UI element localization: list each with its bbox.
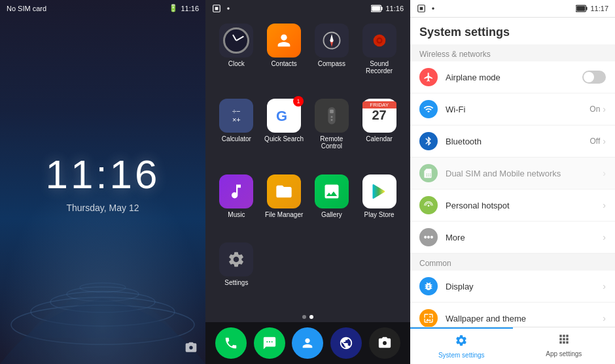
svg-rect-24 <box>420 7 423 10</box>
settings-item-wallpaper[interactable]: Wallpaper and theme › <box>410 303 615 327</box>
settings-item-dual-sim[interactable]: Dual SIM and Mobile networks › <box>410 157 615 190</box>
music-label: Music <box>228 211 245 218</box>
settings-content: Wireless & networks Airplane mode Wi-Fi … <box>410 44 615 327</box>
dock-camera-svg <box>378 336 392 350</box>
settings-item-airplane[interactable]: Airplane mode <box>410 61 615 93</box>
dual-sim-icon <box>419 164 438 182</box>
quicksearch-badge: 1 <box>293 96 304 107</box>
google-svg: G <box>273 105 294 126</box>
remote-svg <box>325 106 338 125</box>
calendar-label: Calendar <box>366 135 393 142</box>
app-drawer: 11:16 Clock Contacts <box>205 0 410 364</box>
settings-top-left <box>417 4 438 13</box>
app-item-settings[interactable]: Settings <box>215 242 258 305</box>
gallery-svg <box>323 182 341 201</box>
tab-app-settings[interactable]: App settings <box>513 327 616 364</box>
app-settings-svg <box>557 333 571 346</box>
settings-item-hotspot[interactable]: Personal hotspot › <box>410 190 615 222</box>
more-icon: ••• <box>419 228 438 246</box>
dot-1 <box>302 315 306 319</box>
settings-item-more[interactable]: ••• More › <box>410 222 615 254</box>
lock-screen: No SIM card 🔋 11:16 11:16 Thursday, May … <box>0 0 205 364</box>
dock-camera[interactable] <box>369 327 400 359</box>
gallery-label: Gallery <box>321 211 342 218</box>
messages-svg <box>262 336 277 350</box>
recorder-icon <box>362 24 396 58</box>
toggle-knob <box>584 72 594 82</box>
drawer-top-left <box>212 4 233 13</box>
svg-point-14 <box>330 39 333 42</box>
airplane-toggle[interactable] <box>582 71 606 84</box>
clock-icon <box>219 24 253 58</box>
settings-item-display[interactable]: Display › <box>410 271 615 303</box>
battery-icon: 🔋 <box>169 4 178 12</box>
calculator-icon: ÷−×+ <box>219 99 253 133</box>
app-item-calculator[interactable]: ÷−×+ Calculator <box>215 99 258 169</box>
settings-item-bluetooth[interactable]: Bluetooth Off › <box>410 125 615 157</box>
phone-svg <box>224 336 238 350</box>
hotspot-chevron: › <box>603 200 606 210</box>
dock-contacts[interactable] <box>292 327 323 359</box>
app-item-music[interactable]: Music <box>215 174 258 237</box>
folder-svg <box>275 182 293 201</box>
dock-browser[interactable] <box>330 327 362 359</box>
app-item-playstore[interactable]: Play Store <box>358 174 400 237</box>
settings-bottom-nav: System settings App settings <box>410 327 615 364</box>
battery-icon <box>371 5 383 12</box>
recorder-label: Sound Recorder <box>358 60 400 74</box>
airplane-icon <box>419 68 438 86</box>
settings-battery-icon <box>576 5 588 12</box>
camera-icon[interactable] <box>184 341 198 357</box>
contacts-icon <box>267 24 301 58</box>
more-dots: ••• <box>424 232 434 242</box>
hotspot-label: Personal hotspot <box>446 201 603 210</box>
app-item-quicksearch[interactable]: G 1 Quick Search <box>263 99 306 169</box>
svg-point-17 <box>378 39 381 42</box>
sim-status: No SIM card <box>7 5 46 12</box>
section-common: Common <box>410 254 615 271</box>
settings-app-label: Settings <box>224 279 248 286</box>
svg-rect-28 <box>577 6 586 10</box>
hotspot-svg <box>423 200 434 210</box>
wifi-value: On <box>589 105 600 114</box>
drawer-top-right: 11:16 <box>371 5 404 12</box>
compass-label: Compass <box>318 60 345 67</box>
app-item-remote[interactable]: Remote Control <box>311 99 353 169</box>
system-settings-svg <box>455 334 468 347</box>
app-item-files[interactable]: File Manager <box>263 174 306 237</box>
settings-item-wifi[interactable]: Wi-Fi On › <box>410 93 615 125</box>
display-chevron: › <box>603 281 606 291</box>
settings-title: System settings <box>410 18 615 44</box>
svg-point-21 <box>330 116 332 118</box>
app-item-calendar[interactable]: FRIDAY 27 Calendar <box>358 99 400 169</box>
app-item-gallery[interactable]: Gallery <box>311 174 353 237</box>
bluetooth-icon <box>419 132 438 150</box>
app-item-recorder[interactable]: Sound Recorder <box>358 24 400 93</box>
settings-status-bar: 11:17 <box>410 0 615 18</box>
app-item-contacts[interactable]: Contacts <box>263 24 306 93</box>
wallpaper-chevron: › <box>603 313 606 323</box>
wifi-icon <box>419 100 438 118</box>
tab-system-settings[interactable]: System settings <box>410 327 513 364</box>
settings-top-right: 11:17 <box>576 5 608 12</box>
recorder-svg <box>370 31 389 50</box>
bluetooth-label: Bluetooth <box>446 137 590 146</box>
remote-label: Remote Control <box>311 135 353 150</box>
dual-sim-label: Dual SIM and Mobile networks <box>446 169 603 178</box>
dot-2 <box>309 315 313 319</box>
app-item-clock[interactable]: Clock <box>215 24 258 93</box>
more-label: More <box>446 233 603 242</box>
dock-phone[interactable] <box>215 327 247 359</box>
display-label: Display <box>446 282 603 291</box>
calendar-icon: FRIDAY 27 <box>362 99 396 133</box>
quicksearch-icon: G 1 <box>267 99 301 133</box>
display-svg <box>423 281 434 291</box>
settings-time: 11:17 <box>590 5 608 12</box>
playstore-icon <box>362 174 396 208</box>
svg-text:G: G <box>276 108 287 124</box>
svg-point-25 <box>432 7 434 10</box>
dock-messages[interactable] <box>254 327 285 359</box>
settings-dot-icon <box>429 4 438 13</box>
app-settings-tab-label: App settings <box>546 350 582 357</box>
app-item-compass[interactable]: Compass <box>311 24 353 93</box>
